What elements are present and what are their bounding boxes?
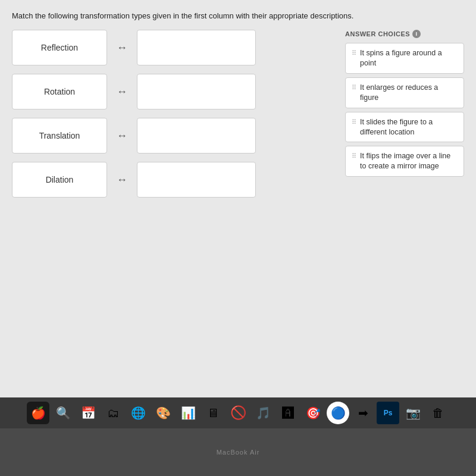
right-panel: ANSWER CHOICES i ⠿ It spins a figure aro… bbox=[345, 30, 464, 206]
dock-ps[interactable]: Ps bbox=[377, 402, 399, 424]
dock-files[interactable]: 🗂 bbox=[102, 402, 124, 424]
term-translation: Translation bbox=[12, 118, 107, 154]
drag-handle-slides: ⠿ bbox=[352, 118, 356, 127]
choice-text-slides: It slides the figure to a different loca… bbox=[360, 117, 458, 137]
dock-colors[interactable]: 🎨 bbox=[152, 402, 174, 424]
drag-handle-flips: ⠿ bbox=[352, 152, 356, 161]
choice-spins[interactable]: ⠿ It spins a figure around a point bbox=[345, 43, 464, 74]
match-row-reflection: Reflection ↔ bbox=[12, 30, 333, 65]
choice-text-enlarges: It enlarges or reduces a figure bbox=[360, 83, 458, 103]
left-panel: Reflection ↔ Rotation ↔ Translation ↔ bbox=[12, 30, 333, 206]
drag-handle-enlarges: ⠿ bbox=[352, 83, 356, 92]
answer-slot-reflection[interactable] bbox=[137, 30, 256, 65]
keyboard-area: MacBook Air bbox=[0, 428, 476, 476]
choice-text-spins: It spins a figure around a point bbox=[360, 48, 458, 68]
arrow-reflection: ↔ bbox=[113, 42, 131, 54]
dock-globe[interactable]: 🌐 bbox=[127, 402, 149, 424]
arrow-rotation: ↔ bbox=[113, 86, 131, 98]
term-reflection: Reflection bbox=[12, 30, 107, 65]
term-rotation: Rotation bbox=[12, 74, 107, 109]
dock-trash[interactable]: 🗑 bbox=[427, 402, 449, 424]
info-icon[interactable]: i bbox=[412, 30, 421, 38]
dock-video[interactable]: 📷 bbox=[402, 402, 424, 424]
dock-chrome[interactable]: 🔵 bbox=[327, 402, 349, 424]
dock-calendar[interactable]: 📅 bbox=[77, 402, 99, 424]
dock-music[interactable]: 🎵 bbox=[252, 402, 274, 424]
answer-slot-rotation[interactable] bbox=[137, 74, 256, 109]
drag-handle-spins: ⠿ bbox=[352, 49, 356, 58]
match-row-rotation: Rotation ↔ bbox=[12, 74, 333, 109]
dock-bar: 🍎 🔍 📅 🗂 🌐 🎨 📊 🖥 🚫 🎵 🅰 🎯 🔵 ➡ Ps 📷 🗑 bbox=[0, 397, 476, 428]
answer-slot-dilation[interactable] bbox=[137, 162, 256, 198]
dock-app2[interactable]: 🎯 bbox=[302, 402, 324, 424]
dock-app1[interactable]: 🅰 bbox=[277, 402, 299, 424]
main-content: Match the following transformation types… bbox=[0, 0, 476, 397]
choice-enlarges[interactable]: ⠿ It enlarges or reduces a figure bbox=[345, 77, 464, 108]
choice-text-flips: It flips the image over a line to create… bbox=[360, 151, 458, 171]
dock-monitor[interactable]: 🖥 bbox=[202, 402, 224, 424]
question-text: Match the following transformation types… bbox=[12, 11, 464, 21]
arrow-dilation: ↔ bbox=[113, 174, 131, 186]
answer-slot-translation[interactable] bbox=[137, 118, 256, 154]
choice-flips[interactable]: ⠿ It flips the image over a line to crea… bbox=[345, 146, 464, 177]
term-dilation: Dilation bbox=[12, 162, 107, 198]
dock-apple[interactable]: 🍎 bbox=[27, 402, 49, 424]
content-area: Reflection ↔ Rotation ↔ Translation ↔ bbox=[12, 30, 464, 206]
match-row-translation: Translation ↔ bbox=[12, 118, 333, 154]
dock-stop[interactable]: 🚫 bbox=[227, 402, 249, 424]
arrow-translation: ↔ bbox=[113, 130, 131, 142]
dock-chart[interactable]: 📊 bbox=[177, 402, 199, 424]
choice-slides[interactable]: ⠿ It slides the figure to a different lo… bbox=[345, 112, 464, 143]
answer-choices-header: ANSWER CHOICES i bbox=[345, 30, 464, 38]
dock-finder[interactable]: 🔍 bbox=[52, 402, 74, 424]
dock-arrow[interactable]: ➡ bbox=[352, 402, 374, 424]
keyboard-label: MacBook Air bbox=[217, 449, 260, 456]
match-row-dilation: Dilation ↔ bbox=[12, 162, 333, 198]
